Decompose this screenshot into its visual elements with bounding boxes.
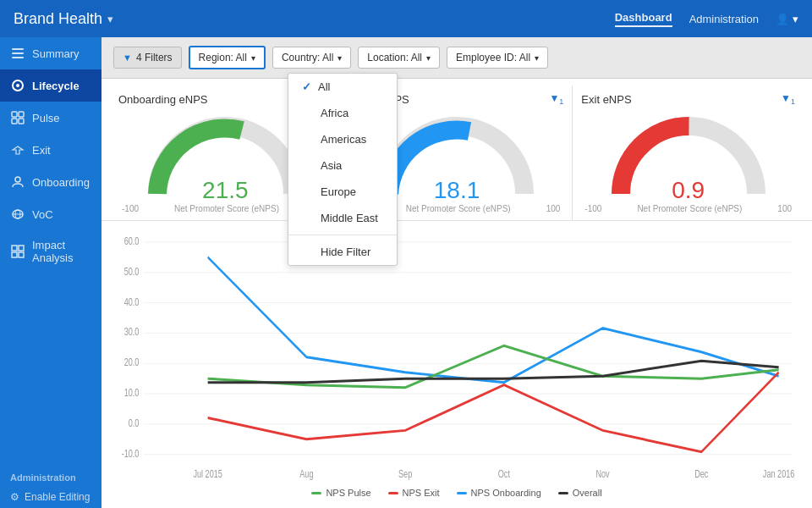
dropdown-option-africa[interactable]: Africa	[288, 100, 397, 126]
sidebar-item-pulse[interactable]: Pulse	[0, 102, 102, 134]
svg-rect-7	[12, 119, 17, 124]
impact-icon	[10, 244, 25, 259]
gauge-pulse-value: 18.1	[434, 177, 480, 203]
svg-text:Aug: Aug	[299, 467, 313, 479]
user-menu[interactable]: 👤 ▾	[776, 13, 798, 25]
svg-text:0.0: 0.0	[129, 417, 140, 429]
gauge-pulse-filter-icon[interactable]: ▼1	[549, 92, 563, 106]
legend-overall: Overall	[558, 488, 602, 498]
sidebar-item-impact[interactable]: Impact Analysis	[0, 230, 102, 273]
nav-administration[interactable]: Administration	[689, 13, 759, 25]
svg-rect-15	[12, 252, 17, 257]
svg-rect-14	[19, 246, 24, 251]
svg-rect-8	[19, 119, 24, 124]
employee-filter[interactable]: Employee ID: All ▾	[447, 47, 548, 69]
svg-text:Nov: Nov	[595, 467, 609, 479]
enable-editing-label: Enable Editing	[25, 491, 90, 503]
app-header: Brand Health ▾ Dashboard Administration …	[0, 0, 812, 37]
country-filter[interactable]: Country: All ▾	[272, 47, 351, 69]
dropdown-option-asia[interactable]: Asia	[288, 152, 397, 179]
legend-pulse-dot	[311, 492, 321, 494]
legend-onboarding-label: NPS Onboarding	[471, 488, 541, 498]
svg-point-9	[15, 177, 20, 182]
sidebar-item-exit[interactable]: Exit	[0, 134, 102, 166]
dropdown-hide-filter[interactable]: Hide Filter	[288, 239, 397, 265]
filter-count-button[interactable]: ▼ 4 Filters	[113, 47, 182, 69]
user-icon: 👤	[776, 13, 789, 25]
svg-text:30.0: 30.0	[124, 326, 140, 338]
svg-rect-2	[12, 57, 24, 58]
nav-dashboard[interactable]: Dashboard	[615, 11, 672, 27]
gauge-exit-value: 0.9	[672, 177, 705, 203]
legend-pulse: NPS Pulse	[311, 488, 370, 498]
gauge-exit-header: Exit eNPS ▼1	[581, 92, 795, 106]
dropdown-europe-label: Europe	[321, 185, 356, 198]
region-chevron: ▾	[251, 53, 255, 63]
chart-legend: NPS Pulse NPS Exit NPS Onboarding Overal…	[113, 483, 800, 500]
svg-text:Sep: Sep	[398, 467, 412, 479]
sidebar-item-voc[interactable]: VoC	[0, 198, 102, 230]
sidebar-impact-label: Impact Analysis	[32, 239, 91, 264]
sidebar-item-summary[interactable]: Summary	[0, 37, 102, 69]
dropdown-option-middleeast[interactable]: Middle East	[288, 205, 397, 231]
svg-rect-13	[12, 246, 17, 251]
dropdown-middleeast-label: Middle East	[321, 212, 378, 224]
legend-exit-label: NPS Exit	[403, 488, 440, 498]
svg-rect-5	[12, 112, 17, 117]
settings-icon: ⚙	[10, 491, 19, 503]
svg-rect-16	[19, 252, 24, 257]
sidebar-item-lifecycle[interactable]: Lifecycle	[0, 69, 102, 102]
gauge-onboarding-title: Onboarding eNPS	[118, 93, 208, 106]
dropdown-option-americas[interactable]: Americas	[288, 126, 397, 152]
gauge-pulse-axis-label: Net Promoter Score (eNPS)	[406, 204, 511, 213]
chart-wrapper: 60.0 50.0 40.0 30.0 20.0 10.0 0.0 -10.0	[113, 229, 800, 483]
filter-icon: ▼	[123, 52, 132, 63]
svg-text:Dec: Dec	[694, 467, 708, 479]
employee-chevron: ▾	[535, 53, 539, 63]
brand-title-area: Brand Health ▾	[14, 10, 113, 28]
region-label: Region: All	[199, 52, 247, 64]
svg-text:40.0: 40.0	[124, 295, 140, 307]
sidebar-onboarding-label: Onboarding	[32, 176, 90, 189]
sidebar: Summary Lifecycle Pulse	[0, 37, 102, 508]
voc-icon	[10, 207, 25, 222]
svg-text:Jul 2015: Jul 2015	[193, 467, 222, 479]
app-title: Brand Health	[14, 10, 102, 28]
dropdown-option-all[interactable]: All	[288, 74, 397, 100]
legend-pulse-label: NPS Pulse	[326, 488, 370, 498]
svg-rect-0	[12, 48, 24, 50]
svg-point-4	[16, 84, 19, 87]
sidebar-item-onboarding[interactable]: Onboarding	[0, 166, 102, 198]
gauge-exit-max: 100	[777, 204, 792, 213]
gauge-onboarding-axis-label: Net Promoter Score (eNPS)	[174, 204, 279, 213]
title-chevron[interactable]: ▾	[107, 13, 113, 25]
exit-icon	[10, 142, 25, 157]
region-filter[interactable]: Region: All ▾	[189, 46, 266, 69]
legend-exit-dot	[388, 492, 398, 494]
pulse-icon	[10, 110, 25, 125]
svg-text:Oct: Oct	[498, 467, 511, 479]
dropdown-all-label: All	[318, 80, 330, 93]
svg-text:Jan 2016: Jan 2016	[763, 467, 795, 479]
legend-overall-label: Overall	[573, 488, 602, 498]
filter-count-label: 4 Filters	[136, 52, 173, 64]
onboarding-icon	[10, 174, 25, 190]
gauge-exit-filter-icon[interactable]: ▼1	[781, 92, 795, 106]
gauge-exit: Exit eNPS ▼1 0.9 -100 Net Promoter Score…	[573, 86, 804, 220]
gauge-onboarding-value: 21.5	[202, 177, 249, 203]
sidebar-enable-editing[interactable]: ⚙ Enable Editing	[0, 486, 102, 508]
legend-exit: NPS Exit	[388, 488, 440, 498]
gauge-exit-axis: -100 Net Promoter Score (eNPS) 100	[581, 204, 795, 213]
dropdown-option-europe[interactable]: Europe	[288, 179, 397, 205]
gauge-exit-container: 0.9 -100 Net Promoter Score (eNPS) 100	[581, 109, 795, 213]
svg-text:10.0: 10.0	[124, 387, 140, 399]
svg-text:60.0: 60.0	[124, 235, 140, 247]
gauge-exit-axis-label: Net Promoter Score (eNPS)	[637, 204, 742, 213]
dropdown-asia-label: Asia	[321, 159, 342, 172]
sidebar-voc-label: VoC	[32, 208, 53, 221]
gauge-pulse-max: 100	[546, 204, 561, 213]
hide-filter-label: Hide Filter	[321, 246, 370, 258]
dropdown-divider	[288, 235, 397, 235]
location-filter[interactable]: Location: All ▾	[358, 47, 440, 69]
country-label: Country: All	[282, 52, 333, 64]
